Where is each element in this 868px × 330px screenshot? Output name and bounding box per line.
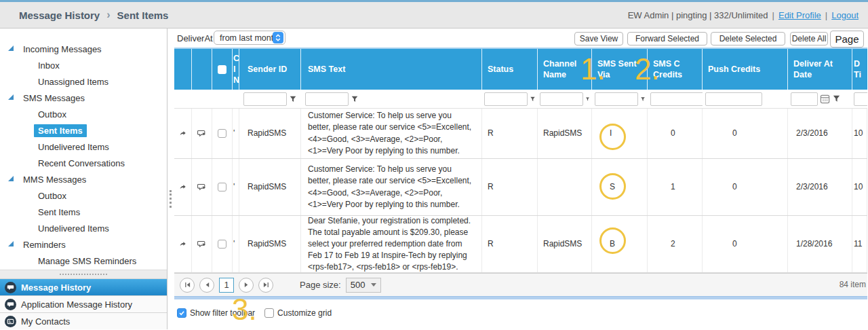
- items-count: 84 item: [840, 280, 866, 289]
- calendar-icon[interactable]: [820, 94, 830, 104]
- splitter-gutter[interactable]: [167, 29, 174, 329]
- table-row[interactable]: ' RapidSMS Customer Service: To help us …: [174, 109, 867, 159]
- sidebar-tree: Incoming Messages Inbox Unassigned Items…: [0, 29, 167, 269]
- last-page-button[interactable]: [258, 278, 273, 293]
- sms-text-cell: Dear Stefanie, your registration is comp…: [301, 216, 482, 272]
- column-sender-id[interactable]: Sender ID: [239, 49, 301, 90]
- expand-triangle-icon[interactable]: [8, 176, 14, 181]
- previous-page-button[interactable]: [199, 278, 214, 293]
- forward-selected-button[interactable]: Forward Selected: [627, 32, 707, 45]
- filter-input-channel-name[interactable]: [540, 92, 583, 106]
- filter-input-status[interactable]: [484, 92, 528, 106]
- filter-input-sender-id[interactable]: [243, 92, 287, 106]
- sidebar-item-manage-sms-reminders[interactable]: Manage SMS Reminders: [0, 253, 167, 269]
- filter-funnel-icon[interactable]: [832, 94, 841, 103]
- divider: |: [772, 10, 774, 20]
- column-deliver-at-date[interactable]: Deliver At Date: [788, 49, 852, 90]
- save-view-button[interactable]: Save View: [574, 32, 623, 45]
- customize-grid-option[interactable]: Customize grid: [264, 308, 332, 318]
- sms-credits-cell: 0: [648, 109, 703, 158]
- sidebar-item-sms-sent-items[interactable]: Sent Items: [0, 122, 167, 139]
- filter-input-sms-text[interactable]: [305, 92, 349, 106]
- select-all-checkbox[interactable]: [218, 65, 226, 74]
- checked-checkbox-icon[interactable]: [177, 308, 186, 318]
- sidebar-item-sms-messages[interactable]: SMS Messages: [0, 90, 167, 106]
- sidebar-item-mms-messages[interactable]: MMS Messages: [0, 171, 167, 187]
- column-sms-sent-via[interactable]: SMS Sent Via: [592, 49, 648, 90]
- page-size-select[interactable]: 500: [346, 278, 381, 293]
- sidebar-item-incoming-messages[interactable]: Incoming Messages: [0, 41, 167, 57]
- nav-item-message-history[interactable]: Message History: [0, 278, 167, 295]
- filter-input-deliver-at-date[interactable]: [791, 92, 818, 106]
- sidebar-item-recent-conversations[interactable]: Recent Conversations: [0, 155, 167, 171]
- row-checkbox[interactable]: [218, 183, 226, 191]
- status-cell: R: [482, 159, 538, 215]
- status-cell: R: [482, 109, 538, 158]
- sidebar-item-sms-undelivered-items[interactable]: Undelivered Items: [0, 139, 167, 155]
- column-push-credits[interactable]: Push Credits: [703, 49, 788, 90]
- table-row[interactable]: ' RapidSMS Customer Service: To help us …: [174, 159, 867, 216]
- sidebar-item-mms-undelivered-items[interactable]: Undelivered Items: [0, 220, 167, 236]
- filter-funnel-icon[interactable]: [530, 95, 536, 103]
- delete-all-button[interactable]: Delete All: [790, 32, 828, 45]
- splitter-grip-icon[interactable]: [170, 190, 172, 208]
- forward-message-icon[interactable]: [180, 240, 186, 249]
- filter-funnel-icon[interactable]: [289, 95, 297, 103]
- column-campaign-truncated[interactable]: C I N: [233, 49, 239, 90]
- filter-funnel-icon[interactable]: [351, 95, 359, 103]
- conversation-icon[interactable]: [197, 129, 206, 138]
- sidebar-item-mms-outbox[interactable]: Outbox: [0, 187, 167, 204]
- table-row[interactable]: ' RapidSMS Dear Stefanie, your registrat…: [174, 216, 867, 273]
- select-stepper-icon[interactable]: [273, 32, 283, 43]
- nav-item-my-contacts[interactable]: My Contacts: [0, 312, 167, 329]
- filter-input-push-credits[interactable]: [705, 92, 762, 106]
- app-window: Message History › Sent Items EW Admin | …: [0, 0, 868, 330]
- deliver-at-time-cell: 11: [852, 216, 867, 272]
- page-button[interactable]: Page: [830, 31, 864, 48]
- expand-triangle-icon[interactable]: [8, 45, 14, 51]
- panel-splitter[interactable]: [0, 270, 167, 278]
- row-checkbox[interactable]: [218, 240, 226, 249]
- conversation-icon[interactable]: [197, 240, 206, 249]
- sms-sent-via-cell: I: [592, 109, 648, 158]
- sidebar-item-unassigned-items[interactable]: Unassigned Items: [0, 73, 167, 90]
- sidebar-bottom-nav: Message History Application Message Hist…: [0, 270, 167, 329]
- chat-bubble-icon: [5, 299, 16, 310]
- forward-message-icon[interactable]: [180, 183, 186, 191]
- row-checkbox[interactable]: [218, 129, 226, 138]
- nav-item-application-message-history[interactable]: Application Message History: [0, 295, 167, 312]
- sms-sent-via-cell: S: [592, 159, 648, 215]
- sidebar-item-mms-sent-items[interactable]: Sent Items: [0, 204, 167, 220]
- push-credits-cell: 0: [703, 109, 788, 158]
- first-page-button[interactable]: [180, 278, 195, 293]
- filter-input-sms-sent-via[interactable]: [595, 92, 638, 106]
- edit-profile-link[interactable]: Edit Profile: [778, 10, 821, 20]
- user-bar: EW Admin | pingting | 332/Unlimited | Ed…: [628, 10, 859, 20]
- expand-triangle-icon[interactable]: [8, 241, 14, 246]
- forward-message-icon[interactable]: [180, 129, 186, 138]
- column-status[interactable]: Status: [482, 49, 538, 90]
- show-filter-toolbar-option[interactable]: Show filter toolbar: [177, 308, 255, 318]
- column-sms-c-credits[interactable]: SMS C Credits: [648, 49, 703, 90]
- breadcrumb-parent[interactable]: Message History: [19, 10, 100, 21]
- conversation-icon[interactable]: [197, 183, 206, 191]
- column-sms-text[interactable]: SMS Text: [301, 49, 482, 90]
- sidebar-item-inbox[interactable]: Inbox: [0, 57, 167, 73]
- filter-input-deliver-at-time[interactable]: [854, 92, 867, 106]
- column-channel-name[interactable]: Channel Name: [538, 49, 592, 90]
- filter-funnel-icon[interactable]: [640, 95, 646, 103]
- sms-credits-cell: 2: [648, 216, 703, 272]
- deliverat-select[interactable]: from last month: [214, 31, 285, 45]
- filter-funnel-icon[interactable]: [585, 95, 590, 103]
- logout-link[interactable]: Logout: [831, 10, 859, 20]
- unchecked-checkbox-icon[interactable]: [264, 308, 274, 318]
- sidebar-item-sms-outbox[interactable]: Outbox: [0, 106, 167, 122]
- column-deliver-at-time-truncated[interactable]: D Ti: [852, 49, 867, 90]
- campaign-cell: ': [233, 159, 239, 215]
- delete-selected-button[interactable]: Delete Selected: [711, 32, 785, 45]
- sidebar-item-reminders[interactable]: Reminders: [0, 236, 167, 253]
- breadcrumb: Message History › Sent Items: [19, 9, 168, 21]
- next-page-button[interactable]: [239, 278, 254, 293]
- expand-triangle-icon[interactable]: [8, 94, 14, 100]
- filter-input-sms-c-credits[interactable]: [650, 92, 703, 106]
